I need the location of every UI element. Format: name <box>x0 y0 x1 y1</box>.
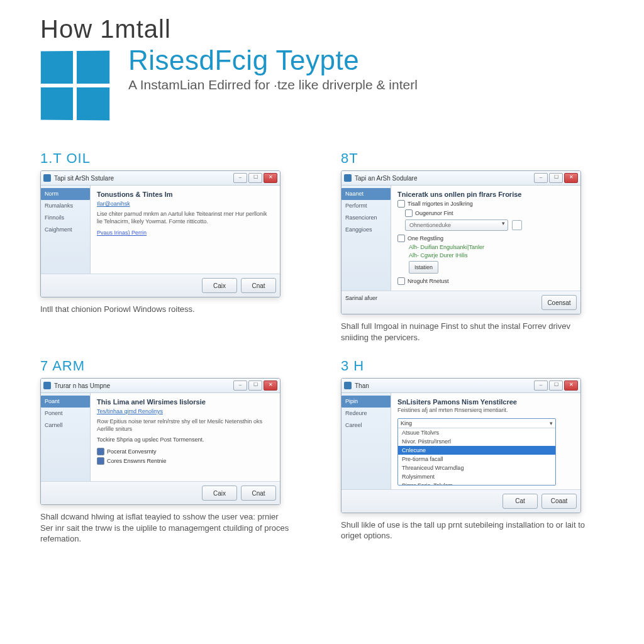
ok-button[interactable]: Cat <box>502 494 538 509</box>
step-2-label: 8T <box>341 150 604 167</box>
step-1: 1.T OIL Tapi sit ArSh Sstulare – ☐ ✕ Nor… <box>40 150 303 343</box>
dialog-2-heading: Tniceratk uns onllen pin flrars Frorise <box>397 191 574 198</box>
combobox-list: Atsuue Titolvrs Nivor. Piistru/Irsnerl C… <box>398 428 555 485</box>
sidebar-item[interactable]: Poant <box>41 396 90 408</box>
sidebar-item[interactable]: Pipin <box>341 396 391 408</box>
minimize-button[interactable]: – <box>534 173 548 183</box>
dialog-1-text: Lise chiter parnud mnkm an Aartul luke T… <box>97 211 274 225</box>
dialog-4-heading: SnLisiters Pamons Nism Yenstilcree <box>397 398 574 406</box>
combobox-option[interactable]: Pirrer-Ferie. Telulsm <box>398 481 555 485</box>
ok-button[interactable]: Cnat <box>241 278 276 293</box>
close-button[interactable]: ✕ <box>264 380 277 391</box>
sidebar-item[interactable]: Rumalanks <box>41 200 90 212</box>
minimize-button[interactable]: – <box>534 380 548 391</box>
dialog-4: Than – ☐ ✕ Pipin Redeure Careel SnLisite… <box>341 378 581 513</box>
sidebar-item[interactable]: Eanggioes <box>341 224 391 236</box>
dialog-1: Tapi sit ArSh Sstulare – ☐ ✕ Norm Rumala… <box>40 170 280 297</box>
minimize-button[interactable]: – <box>233 173 247 183</box>
combobox-open[interactable]: King Atsuue Titolvrs Nivor. Piistru/Irsn… <box>397 418 556 486</box>
page-title-small: How 1mtall <box>40 15 604 43</box>
dialog-2-title: Tapi an ArSh Sodulare <box>355 175 534 182</box>
ok-button[interactable]: Cnat <box>241 486 276 501</box>
dialog-4-text: Feistines afj anl mrten Rnsersierq iment… <box>397 407 574 414</box>
tagline: A InstamLian Edirred for ·tze like drive… <box>128 77 604 92</box>
browse-button[interactable] <box>512 220 522 230</box>
dialog-3-line: Tockire Shpria og upslec Post Tormensent… <box>97 436 274 444</box>
sidebar-item[interactable]: Finnoils <box>41 212 90 224</box>
close-button[interactable]: ✕ <box>564 380 578 391</box>
checkbox-label: Nroguht Rnetust <box>408 278 449 284</box>
dialog-4-title: Than <box>355 382 534 389</box>
cancel-button[interactable]: Caix <box>202 486 237 501</box>
dialog-1-title: Tapi sit ArSh Sstulare <box>54 175 233 182</box>
step-4-label: 3 H <box>341 358 604 374</box>
status-text: Alh- Cgwrje Durer IHilis <box>409 252 468 258</box>
ok-button[interactable]: Coensat <box>541 295 577 310</box>
checkbox[interactable] <box>97 457 104 465</box>
sidebar-item[interactable]: Performt <box>341 200 391 212</box>
step-3: 7 ARM Trurar n has Umpne – ☐ ✕ Poant Pon… <box>40 358 303 545</box>
sidebar-item[interactable]: Norm <box>41 188 90 200</box>
dialog-1-sublink[interactable]: Ilar@oanihsk <box>97 201 130 207</box>
combobox-option[interactable]: Rolysimment <box>398 472 555 481</box>
sidebar-item[interactable]: Redeure <box>341 408 391 419</box>
app-icon <box>43 174 51 182</box>
dialog-1-heading: Tonustions & Tintes Im <box>97 191 274 198</box>
sidebar-item[interactable]: Caighment <box>41 224 90 236</box>
step-4: 3 H Than – ☐ ✕ Pipin Redeure Careel <box>341 358 604 545</box>
app-icon <box>43 382 51 389</box>
action-button[interactable]: Istatien <box>409 261 438 274</box>
dialog-3-heading: This Lima anel Wirsimes Iislorsie <box>97 398 274 406</box>
cancel-button[interactable]: Caix <box>202 278 237 293</box>
app-icon <box>344 174 352 182</box>
sidebar-item[interactable]: Naanet <box>341 188 391 200</box>
windows-logo-icon <box>41 50 109 120</box>
maximize-button[interactable]: ☐ <box>549 173 563 183</box>
maximize-button[interactable]: ☐ <box>248 173 262 183</box>
dialog-3-text: Row Epitius noise terwr reln/rstre shy e… <box>97 418 274 433</box>
dialog-1-link[interactable]: Pvaus Irinas) Perrin <box>97 230 147 236</box>
footer-link[interactable]: Sarinal afuer <box>345 295 377 310</box>
checkbox-label: Tisall rrigortes in Joslkring <box>408 201 473 207</box>
checkbox[interactable] <box>397 200 405 208</box>
combobox-option-highlighted[interactable]: Cnlecune <box>398 446 555 455</box>
step-4-caption: Shull likle of use is the tall up prnt s… <box>341 519 592 541</box>
maximize-button[interactable]: ☐ <box>549 380 563 391</box>
select-input[interactable]: Ohnentioneduke <box>405 219 508 231</box>
step-2: 8T Tapi an ArSh Sodulare – ☐ ✕ Naanet Pe… <box>341 150 604 343</box>
close-button[interactable]: ✕ <box>564 173 578 183</box>
sidebar-item[interactable]: Rasencioren <box>341 212 391 224</box>
sidebar-item[interactable]: Careel <box>341 419 391 431</box>
maximize-button[interactable]: ☐ <box>248 380 262 391</box>
dialog-3: Trurar n has Umpne – ☐ ✕ Poant Ponent Ca… <box>40 378 280 505</box>
step-1-label: 1.T OIL <box>40 150 303 167</box>
product-title: RisesdFcig Teypte <box>128 45 604 76</box>
sidebar-item[interactable]: Ponent <box>41 408 90 419</box>
checkbox-label: One Regstling <box>408 235 443 242</box>
checkbox-label: Pocerat Eonvesrnty <box>107 448 157 455</box>
cancel-button[interactable]: Coaat <box>541 494 577 509</box>
dialog-3-sublink[interactable]: Tes/tinhaa qimd Renolinys <box>97 408 163 414</box>
checkbox-label: Cores Enswnrs Rentnie <box>107 458 167 464</box>
app-icon <box>344 382 352 389</box>
combobox-option[interactable]: Threaniceud Wrcarndlag <box>398 464 555 472</box>
checkbox-label: Ougerunor Fint <box>415 210 453 216</box>
step-3-label: 7 ARM <box>40 358 303 374</box>
sidebar-item[interactable]: Carnell <box>41 419 90 431</box>
close-button[interactable]: ✕ <box>264 173 277 183</box>
step-2-caption: Shall full Imgoal in nuinage Finst to sh… <box>341 321 592 343</box>
combobox-option[interactable]: Pre-tiorma facall <box>398 455 555 464</box>
dialog-2: Tapi an ArSh Sodulare – ☐ ✕ Naanet Perfo… <box>341 170 581 314</box>
checkbox[interactable] <box>405 209 413 217</box>
checkbox[interactable] <box>397 277 405 285</box>
dialog-3-title: Trurar n has Umpne <box>54 382 233 389</box>
combobox-option[interactable]: Nivor. Piistru/Irsnerl <box>398 437 555 446</box>
step-1-caption: Intll that chionion Poriowl Windows roit… <box>40 304 292 315</box>
combobox-selected[interactable]: King <box>398 419 555 428</box>
status-text: Alh- Duifian Engulsanki|Tanler <box>409 244 484 250</box>
combobox-option[interactable]: Atsuue Titolvrs <box>398 428 555 437</box>
checkbox[interactable] <box>397 235 405 242</box>
minimize-button[interactable]: – <box>233 380 247 391</box>
checkbox[interactable] <box>97 448 104 455</box>
step-3-caption: Shall dcwand hlwing at isflat teayied to… <box>40 511 292 545</box>
